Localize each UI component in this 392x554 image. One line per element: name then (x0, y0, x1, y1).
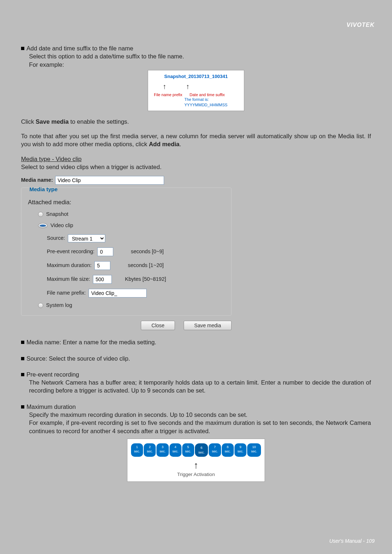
bullet-preevent: Pre-event recording The Network Camera h… (21, 370, 371, 395)
max-duration-input[interactable] (94, 261, 110, 270)
media-form: Media name: Media type Attached media: S… (21, 176, 232, 330)
prefix-row: File name prefix: (47, 289, 225, 297)
bullet-maxdur: Maximum duration Specify the maximum rec… (21, 403, 371, 435)
media-type-heading: Media type - Video clip (21, 155, 371, 163)
timeline-oval: 8 sec. (222, 443, 234, 457)
form-buttons: Close Save media (21, 321, 232, 330)
timeline-oval: 3 sec. (156, 443, 168, 457)
max-filesize-input[interactable] (93, 275, 112, 284)
bullet-add-suffix: Add date and time suffix to the file nam… (21, 44, 371, 69)
max-duration-label: Maximum duration: (47, 262, 91, 269)
timeline-oval: 4 sec. (170, 443, 181, 457)
bullet-square-icon (21, 357, 24, 360)
prefix-input[interactable] (89, 289, 147, 297)
pre-event-row: Pre-event recording: seconds [0~9] (47, 247, 225, 256)
source-row: Source: Stream 1 (47, 234, 225, 242)
bullet-media-name: Media name: Enter a name for the media s… (21, 338, 371, 346)
up-arrow-icon: ↑ (131, 459, 261, 472)
media-type-legend: Media type (28, 186, 59, 193)
text: to enable the settings. (69, 118, 129, 125)
bullet-add-suffix-line1: Select this option to add a date/time su… (29, 52, 371, 60)
snapshot-example-box: Snapshot_20130713_100341 ↑ ↑ File name p… (148, 70, 244, 111)
bullet-add-suffix-line2: For example: (29, 61, 371, 69)
bullet-maxdur-title: Maximum duration (26, 403, 76, 410)
max-duration-hint: seconds [1~20] (128, 262, 164, 269)
note-paragraph: To note that after you set up the first … (21, 132, 371, 148)
max-duration-row: Maximum duration: seconds [1~20] (47, 261, 225, 270)
radio-videoclip-label: Video clip (50, 222, 73, 229)
radio-snapshot[interactable] (38, 212, 43, 217)
text: Click (21, 118, 36, 125)
timeline-oval: 5 sec. (182, 443, 194, 457)
timeline-oval: 2 sec. (144, 443, 156, 457)
bullet-square-icon (21, 341, 24, 344)
bullet-square-icon (21, 405, 24, 409)
pre-event-hint: seconds [0~9] (131, 248, 164, 255)
save-media-button[interactable]: Save media (184, 321, 232, 330)
radio-systemlog[interactable] (38, 303, 43, 308)
snapshot-filename: Snapshot_20130713_100341 (152, 73, 240, 80)
radio-systemlog-row: System log (38, 302, 225, 309)
media-name-row: Media name: (21, 176, 232, 185)
bullet-source-text: Source: Select the source of video clip. (26, 355, 130, 362)
footer-page-number: User's Manual - 109 (329, 538, 375, 544)
timeline-oval: 7 sec. (209, 443, 221, 457)
bullet-media-name-text: Media name: Enter a name for the media s… (26, 339, 156, 345)
media-type-fieldset: Media type Attached media: Snapshot Vide… (21, 188, 232, 316)
close-button[interactable]: Close (141, 321, 175, 330)
max-filesize-hint: Kbytes [50~8192] (125, 276, 166, 283)
attached-media-label: Attached media: (28, 198, 225, 206)
media-name-input[interactable] (55, 176, 164, 185)
bullet-square-icon (21, 47, 24, 50)
snapshot-fnp-label: File name prefix (154, 92, 182, 98)
bullet-maxdur-line2: For example, if pre-event recording is s… (29, 419, 371, 435)
snapshot-format-label: The format is: YYYYMMDD_HHMMSS (184, 97, 240, 108)
bullet-add-suffix-title: Add date and time suffix to the file nam… (26, 45, 133, 52)
brand-label: VIVOTEK (347, 22, 375, 28)
bullet-square-icon (21, 373, 24, 376)
timeline-label: Trigger Activation (131, 471, 261, 478)
pre-event-input[interactable] (97, 247, 113, 256)
media-type-sub: Select to send video clips when a trigge… (21, 163, 371, 171)
videoclip-subrows: Source: Stream 1 Pre-event recording: se… (47, 234, 225, 297)
bullet-maxdur-line1: Specify the maximum recording duration i… (29, 411, 371, 419)
bullet-source: Source: Select the source of video clip. (21, 354, 371, 362)
radio-videoclip[interactable] (38, 223, 48, 228)
bullet-preevent-title: Pre-event recording (26, 371, 79, 378)
source-select[interactable]: Stream 1 (68, 234, 105, 242)
timeline-oval: 10 sec. (247, 443, 261, 457)
prefix-label: File name prefix: (47, 290, 86, 297)
bullet-preevent-body: The Network Camera has a buffer area; it… (29, 378, 371, 395)
timeline-oval-trigger: 6 sec. (195, 443, 208, 457)
text: To note that after you set up the first … (21, 133, 371, 147)
max-filesize-row: Maximum file size: Kbytes [50~8192] (47, 275, 225, 284)
add-media-bold: Add media (149, 141, 179, 147)
timeline-row: 1 sec. 2 sec. 3 sec. 4 sec. 5 sec. 6 sec… (131, 443, 261, 457)
timeline-oval: 9 sec. (234, 443, 246, 457)
max-filesize-label: Maximum file size: (47, 276, 90, 283)
up-arrow-icon: ↑ (186, 82, 189, 91)
media-name-label: Media name: (21, 177, 53, 184)
radio-snapshot-row: Snapshot (38, 211, 225, 218)
page-content: Add date and time suffix to the file nam… (21, 36, 371, 482)
up-arrow-icon: ↑ (163, 82, 166, 91)
radio-snapshot-label: Snapshot (46, 211, 68, 218)
radio-videoclip-row: Video clip (38, 222, 225, 229)
media-type-heading-text: Media type - Video clip (21, 156, 82, 162)
save-media-bold: Save media (36, 118, 69, 125)
click-save-paragraph: Click Save media to enable the settings. (21, 118, 371, 126)
source-label: Source: (47, 235, 65, 242)
timeline-oval: 1 sec. (131, 443, 143, 457)
timeline-box: 1 sec. 2 sec. 3 sec. 4 sec. 5 sec. 6 sec… (127, 439, 265, 482)
pre-event-label: Pre-event recording: (47, 248, 94, 255)
radio-systemlog-label: System log (46, 302, 72, 309)
text: . (180, 141, 181, 147)
